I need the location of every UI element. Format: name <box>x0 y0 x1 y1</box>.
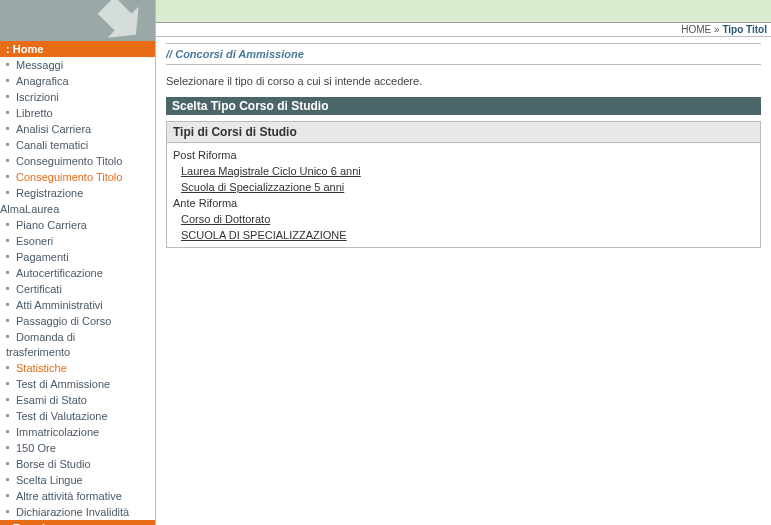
logo-arrow <box>0 0 155 41</box>
page-title: Concorsi di Ammissione <box>175 48 304 60</box>
course-link-1-1[interactable]: SCUOLA DI SPECIALIZZAZIONE <box>181 229 347 241</box>
nav-item-a-0[interactable]: Messaggi <box>6 57 155 73</box>
table-body: Post RiformaLaurea Magistrale Ciclo Unic… <box>167 143 760 247</box>
breadcrumb-sep: » <box>714 24 720 35</box>
course-link-1-0[interactable]: Corso di Dottorato <box>181 213 270 225</box>
nav-item-b-0[interactable]: Piano Carriera <box>6 217 155 233</box>
nav-item-c-3[interactable]: Test di Valutazione <box>6 408 155 424</box>
nav-item-c-6[interactable]: Borse di Studio <box>6 456 155 472</box>
nav-item-c-8[interactable]: Altre attività formative <box>6 488 155 504</box>
sidebar-header-home: : Home <box>0 41 155 57</box>
sidebar-header-esami: : Esami <box>0 520 155 525</box>
nav-item-a-5[interactable]: Canali tematici <box>6 137 155 153</box>
nav-item-a-4[interactable]: Analisi Carriera <box>6 121 155 137</box>
course-link-0-1[interactable]: Scuola di Specializzazione 5 anni <box>181 181 344 193</box>
main-content: // Concorsi di Ammissione Selezionare il… <box>156 37 771 254</box>
nav-item-domanda[interactable]: Domanda di <box>6 329 155 345</box>
nav-item-b-1[interactable]: Esoneri <box>6 233 155 249</box>
title-slashes: // <box>166 48 172 60</box>
breadcrumb-current: Tipo Titol <box>722 24 767 35</box>
top-banner <box>156 0 771 23</box>
nav-item-c-0[interactable]: Statistiche <box>6 360 155 376</box>
intro-text: Selezionare il tipo di corso a cui si in… <box>166 75 761 87</box>
nav-item-b-3[interactable]: Autocertificazione <box>6 265 155 281</box>
nav-item-a-3[interactable]: Libretto <box>6 105 155 121</box>
nav-item-b-6[interactable]: Passaggio di Corso <box>6 313 155 329</box>
nav-item-c-7[interactable]: Scelta Lingue <box>6 472 155 488</box>
course-group-1: Ante Riforma <box>173 195 754 211</box>
nav-item-a-1[interactable]: Anagrafica <box>6 73 155 89</box>
nav-item-trasferimento: trasferimento <box>0 345 155 360</box>
nav-item-b-4[interactable]: Certificati <box>6 281 155 297</box>
section-header: Scelta Tipo Corso di Studio <box>166 97 761 115</box>
nav-item-c-9[interactable]: Dichiarazione Invalidità <box>6 504 155 520</box>
nav-item-c-5[interactable]: 150 Ore <box>6 440 155 456</box>
course-group-0: Post Riforma <box>173 147 754 163</box>
nav-item-c-4[interactable]: Immatricolazione <box>6 424 155 440</box>
course-link-0-0[interactable]: Laurea Magistrale Ciclo Unico 6 anni <box>181 165 361 177</box>
page-title-bar: // Concorsi di Ammissione <box>166 43 761 65</box>
almalaurea-label: AlmaLaurea <box>0 201 155 217</box>
nav-item-b-5[interactable]: Atti Amministrativi <box>6 297 155 313</box>
nav-item-a-2[interactable]: Iscrizioni <box>6 89 155 105</box>
breadcrumb-home[interactable]: HOME <box>681 24 711 35</box>
breadcrumb: HOME » Tipo Titol <box>156 23 771 37</box>
nav-item-a-6[interactable]: Conseguimento Titolo <box>6 153 155 169</box>
nav-item-a-7[interactable]: Conseguimento Titolo <box>6 169 155 185</box>
nav-item-c-1[interactable]: Test di Ammissione <box>6 376 155 392</box>
nav-item-a-8[interactable]: Registrazione <box>6 185 155 201</box>
nav-item-b-2[interactable]: Pagamenti <box>6 249 155 265</box>
table-header: Tipi di Corsi di Studio <box>167 122 760 143</box>
nav-item-c-2[interactable]: Esami di Stato <box>6 392 155 408</box>
sidebar: : HomeMessaggiAnagraficaIscrizioniLibret… <box>0 41 155 525</box>
course-type-table: Tipi di Corsi di Studio Post RiformaLaur… <box>166 121 761 248</box>
